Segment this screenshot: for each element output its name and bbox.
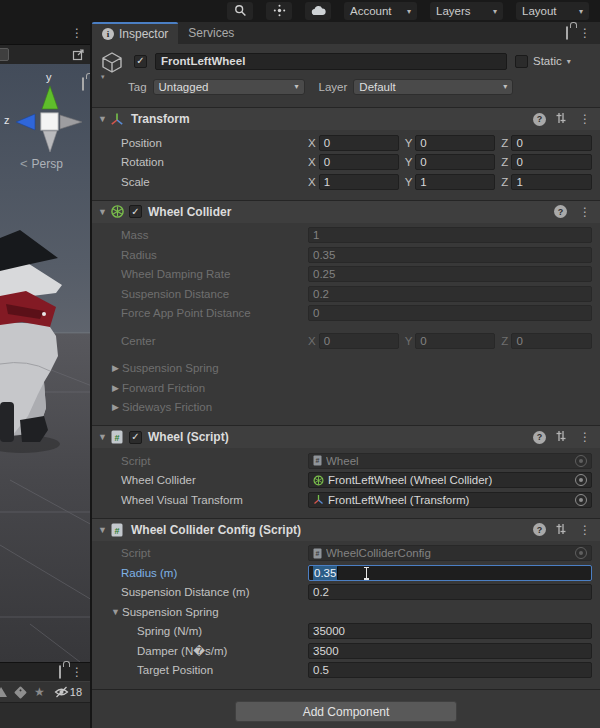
kebab-menu-icon[interactable]: ⋮ <box>576 27 594 39</box>
wheel-collider-enabled-checkbox[interactable]: ✓ <box>129 205 142 218</box>
layers-dropdown[interactable]: Layers ▾ <box>430 2 503 20</box>
gameobject-cube-icon[interactable]: ▾ <box>100 50 126 74</box>
static-checkbox[interactable] <box>515 55 528 68</box>
radius-value: 0.35 <box>313 249 335 261</box>
tab-services[interactable]: Services <box>178 22 244 44</box>
rotation-z-field[interactable]: 0 <box>511 154 592 170</box>
layout-dropdown[interactable]: Layout ▾ <box>516 2 589 20</box>
kebab-menu-icon[interactable]: ⋮ <box>576 206 594 218</box>
tag-dropdown[interactable]: Untagged ▾ <box>153 79 305 95</box>
account-dropdown[interactable]: Account ▾ <box>344 2 417 20</box>
sideways-friction-label: Sideways Friction <box>122 401 212 413</box>
static-dropdown-arrow[interactable]: ▾ <box>567 57 571 66</box>
scene-visibility-toggle[interactable]: 18 <box>54 686 82 698</box>
toolbar-field-fragment <box>0 48 9 61</box>
z-axis-label[interactable]: z <box>4 114 10 126</box>
presets-icon[interactable] <box>555 430 567 444</box>
position-row: Position X0 Y0 Z0 <box>92 133 600 153</box>
maximize-icon[interactable] <box>72 48 85 63</box>
presets-icon[interactable] <box>555 523 567 537</box>
gizmo-lock-icon[interactable] <box>82 78 84 90</box>
damper-field[interactable]: 3500 <box>308 643 592 659</box>
object-picker-icon[interactable] <box>575 494 587 506</box>
help-icon[interactable]: ? <box>533 523 546 536</box>
help-icon[interactable]: ? <box>533 113 546 126</box>
script-icon: # <box>109 522 125 538</box>
z-axis-label: Z <box>501 176 508 188</box>
config-spring-foldout[interactable]: ▼ Suspension Spring <box>92 602 600 622</box>
inspector-lock-icon[interactable] <box>566 27 568 39</box>
unity-editor-window: Account ▾ Layers ▾ Layout ▾ ⋮ <box>0 0 600 728</box>
suspension-distance-label: Suspension Distance <box>121 288 308 300</box>
kebab-menu-icon[interactable]: ⋮ <box>576 524 594 536</box>
config-suspension-field[interactable]: 0.2 <box>308 584 592 600</box>
position-z-field[interactable]: 0 <box>511 135 592 151</box>
cloud-button[interactable] <box>305 2 331 20</box>
suspension-distance-field: 0.2 <box>308 286 592 302</box>
rotation-y-field[interactable]: 0 <box>415 154 495 170</box>
gameobject-active-checkbox[interactable]: ✓ <box>134 55 147 68</box>
position-x-field[interactable]: 0 <box>319 135 399 151</box>
scene-orientation-gizmo[interactable]: y z <box>4 76 88 158</box>
lock-icon[interactable] <box>59 666 61 678</box>
kebab-menu-icon[interactable]: ⋮ <box>576 113 594 125</box>
ai-assistant-button[interactable] <box>266 2 292 20</box>
kebab-menu-icon[interactable]: ⋮ <box>576 431 594 443</box>
tab-inspector[interactable]: i Inspector <box>92 22 178 44</box>
account-label: Account <box>350 5 392 17</box>
eye-slash-icon <box>54 686 69 698</box>
wheel-script-enabled-checkbox[interactable]: ✓ <box>129 431 142 444</box>
y-axis-label[interactable]: y <box>46 71 52 83</box>
forward-friction-foldout[interactable]: ▶ Forward Friction <box>92 378 600 398</box>
scale-y-field[interactable]: 1 <box>415 174 495 190</box>
rotation-x-field[interactable]: 0 <box>319 154 399 170</box>
inspector-panel: i Inspector Services ⋮ ▾ ✓ FrontLeftWhee… <box>92 22 600 728</box>
foldout-open-icon[interactable]: ▼ <box>96 525 109 535</box>
damper-value: 3500 <box>313 645 339 657</box>
position-y-field[interactable]: 0 <box>415 135 495 151</box>
layer-dropdown[interactable]: Default ▾ <box>353 79 513 95</box>
spring-field[interactable]: 35000 <box>308 623 592 639</box>
wheel-collider-header[interactable]: ▼ ✓ Wheel Collider ? ⋮ <box>92 201 600 223</box>
tag-icon[interactable] <box>14 686 27 699</box>
help-icon[interactable]: ? <box>533 431 546 444</box>
wheel-collider-config-header[interactable]: ▼ # Wheel Collider Config (Script) ? ⋮ <box>92 519 600 541</box>
gameobject-name-field[interactable]: FrontLeftWheel <box>155 53 507 70</box>
scale-x-field[interactable]: 1 <box>319 174 399 190</box>
add-component-button[interactable]: Add Component <box>235 701 457 722</box>
damper-row: Damper (N�s/m) 3500 <box>92 641 600 661</box>
x-axis-label: X <box>308 335 316 347</box>
center-x-field: 0 <box>319 333 399 349</box>
config-script-label: Script <box>121 547 308 559</box>
scale-z-field[interactable]: 1 <box>511 174 592 190</box>
presets-icon[interactable] <box>555 112 567 126</box>
object-picker-icon[interactable] <box>575 474 587 486</box>
wheel-collider-object-field[interactable]: FrontLeftWheel (Wheel Collider) <box>308 472 592 488</box>
wheel-collider-ref-value: FrontLeftWheel (Wheel Collider) <box>328 473 492 487</box>
sideways-friction-foldout[interactable]: ▶ Sideways Friction <box>92 398 600 418</box>
perspective-toggle[interactable]: < Persp <box>20 156 63 171</box>
search-button[interactable] <box>227 2 253 20</box>
suspension-spring-foldout[interactable]: ▶ Suspension Spring <box>92 359 600 379</box>
foldout-open-icon[interactable]: ▼ <box>96 207 109 217</box>
foldout-open-icon[interactable]: ▼ <box>96 114 109 124</box>
config-script-object-field: # WheelColliderConfig <box>308 545 592 561</box>
transform-component: ▼ Transform ? ⋮ Position X0 Y0 Z0 <box>92 107 600 194</box>
help-icon[interactable]: ? <box>554 205 567 218</box>
target-position-field[interactable]: 0.5 <box>308 662 592 678</box>
center-z-field: 0 <box>511 333 592 349</box>
center-z-value: 0 <box>516 335 522 347</box>
transform-header[interactable]: ▼ Transform ? ⋮ <box>92 108 600 130</box>
wheel-visual-object-field[interactable]: FrontLeftWheel (Transform) <box>308 492 592 508</box>
cone-icon[interactable] <box>0 687 7 697</box>
wheel-script-header[interactable]: ▼ # ✓ Wheel (Script) ? ⋮ <box>92 426 600 448</box>
foldout-open-icon[interactable]: ▼ <box>96 432 109 442</box>
target-position-value: 0.5 <box>313 664 329 676</box>
kebab-menu-icon[interactable]: ⋮ <box>68 27 86 39</box>
config-radius-field[interactable]: 0.35 <box>308 565 592 581</box>
mass-row: Mass 1 <box>92 226 600 246</box>
scene-viewport[interactable]: y z < Persp <box>0 64 90 662</box>
kebab-menu-icon[interactable]: ⋮ <box>68 666 86 678</box>
config-suspension-row: Suspension Distance (m) 0.2 <box>92 583 600 603</box>
star-icon[interactable]: ★ <box>34 686 45 698</box>
